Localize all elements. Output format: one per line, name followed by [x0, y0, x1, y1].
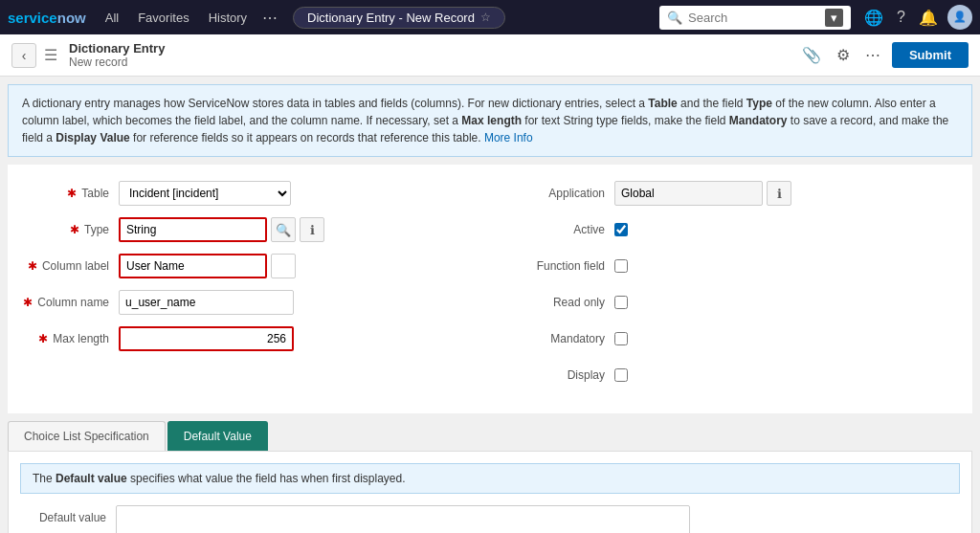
application-input-group: ℹ — [614, 181, 791, 206]
all-menu-button[interactable]: All — [98, 7, 126, 29]
column-label-required-star: ✱ — [28, 259, 37, 273]
column-label-input-group — [119, 254, 296, 278]
type-search-button[interactable]: 🔍 — [271, 217, 296, 242]
read-only-checkbox[interactable] — [614, 296, 628, 309]
read-only-group: Read only — [509, 289, 957, 316]
table-required-star: ✱ — [67, 187, 77, 200]
favorite-star-icon[interactable]: ☆ — [480, 11, 491, 24]
read-only-label: Read only — [509, 296, 614, 309]
table-select[interactable]: Incident [incident] Task [task] User [sy… — [119, 181, 291, 206]
application-info-button[interactable]: ℹ — [767, 181, 791, 206]
sub-nav: ‹ ☰ Dictionary Entry New record 📎 ⚙ ⋯ Su… — [0, 34, 980, 77]
search-container: 🔍 ▾ — [659, 6, 851, 30]
top-nav: servicenow All Favorites History ⋯ Dicti… — [0, 0, 980, 34]
function-field-checkbox[interactable] — [614, 259, 628, 273]
nav-icons: 🌐 ? 🔔 👤 — [860, 5, 972, 31]
table-label: ✱ Table — [23, 187, 119, 200]
more-menu-button[interactable]: ⋯ — [258, 5, 281, 31]
more-info-link[interactable]: More Info — [484, 131, 533, 144]
application-label: Application — [509, 187, 614, 200]
sub-nav-actions: 📎 ⚙ ⋯ Submit — [798, 42, 969, 68]
mandatory-label: Mandatory — [509, 332, 614, 345]
display-checkbox[interactable] — [614, 368, 628, 382]
settings-icon[interactable]: ⚙ — [833, 42, 854, 68]
max-length-required-star: ✱ — [38, 332, 48, 345]
tab-choice-list[interactable]: Choice List Specification — [8, 421, 166, 451]
search-dropdown-button[interactable]: ▾ — [825, 9, 843, 27]
column-name-input[interactable] — [119, 290, 294, 315]
type-input[interactable] — [119, 217, 267, 242]
column-label-group: ✱ Column label — [23, 253, 471, 279]
active-label: Active — [509, 223, 614, 236]
max-length-label: ✱ Max length — [23, 332, 119, 345]
column-label-extra-button[interactable] — [271, 254, 296, 278]
application-group: Application ℹ — [509, 180, 957, 207]
max-length-input[interactable] — [119, 326, 294, 351]
info-banner: A dictionary entry manages how ServiceNo… — [8, 84, 972, 157]
default-value-textarea[interactable] — [116, 505, 690, 533]
display-group: Display — [509, 362, 957, 389]
tab-content: The Default value specifies what value t… — [8, 452, 972, 533]
active-checkbox[interactable] — [614, 223, 628, 236]
breadcrumb-title: Dictionary Entry - New Record — [307, 11, 475, 25]
logo: servicenow — [8, 10, 86, 26]
avatar[interactable]: 👤 — [947, 5, 972, 30]
column-name-label: ✱ Column name — [23, 296, 119, 309]
mandatory-group: Mandatory — [509, 325, 957, 352]
default-value-label: Default value — [20, 505, 116, 524]
form-columns: ✱ Table Incident [incident] Task [task] … — [23, 180, 957, 398]
mandatory-checkbox[interactable] — [614, 332, 628, 345]
help-icon[interactable]: ? — [893, 5, 909, 31]
type-label: ✱ Type — [23, 223, 119, 236]
function-field-label: Function field — [509, 259, 614, 273]
type-info-button[interactable]: ℹ — [300, 217, 324, 242]
column-name-required-star: ✱ — [23, 296, 33, 309]
display-label: Display — [509, 368, 614, 382]
function-field-group: Function field — [509, 253, 957, 279]
left-column: ✱ Table Incident [incident] Task [task] … — [23, 180, 471, 398]
tabs-header: Choice List Specification Default Value — [8, 421, 972, 452]
history-menu-button[interactable]: History — [201, 7, 255, 29]
globe-icon[interactable]: 🌐 — [860, 5, 887, 31]
application-input — [614, 181, 763, 206]
search-icon: 🔍 — [667, 11, 682, 25]
attachment-icon[interactable]: 📎 — [798, 42, 825, 68]
active-group: Active — [509, 216, 957, 243]
type-required-star: ✱ — [70, 223, 79, 236]
tab-info-banner: The Default value specifies what value t… — [20, 463, 960, 494]
more-options-icon[interactable]: ⋯ — [861, 42, 884, 68]
back-button[interactable]: ‹ — [11, 43, 36, 68]
form-container: ✱ Table Incident [incident] Task [task] … — [8, 165, 972, 413]
search-input[interactable] — [688, 11, 819, 25]
favorites-menu-button[interactable]: Favorites — [130, 7, 196, 29]
page-title: Dictionary Entry — [69, 41, 791, 56]
max-length-group: ✱ Max length — [23, 325, 471, 352]
right-column: Application ℹ Active Function field Read… — [509, 180, 957, 398]
page-subtitle: New record — [69, 56, 791, 69]
hamburger-icon[interactable]: ☰ — [44, 46, 57, 64]
type-input-group: 🔍 ℹ — [119, 217, 324, 242]
page-title-block: Dictionary Entry New record — [69, 41, 791, 69]
default-value-group: Default value — [20, 505, 960, 533]
tabs-container: Choice List Specification Default Value … — [8, 421, 972, 533]
column-label-input[interactable] — [119, 254, 267, 278]
table-group: ✱ Table Incident [incident] Task [task] … — [23, 180, 471, 207]
type-group: ✱ Type 🔍 ℹ — [23, 216, 471, 243]
tab-default-value[interactable]: Default Value — [167, 421, 268, 451]
bell-icon[interactable]: 🔔 — [915, 5, 942, 31]
breadcrumb-tab: Dictionary Entry - New Record ☆ — [293, 7, 505, 29]
top-submit-button[interactable]: Submit — [892, 42, 969, 68]
column-name-group: ✱ Column name — [23, 289, 471, 316]
column-label-label: ✱ Column label — [23, 259, 119, 273]
info-text: A dictionary entry manages how ServiceNo… — [22, 97, 948, 144]
